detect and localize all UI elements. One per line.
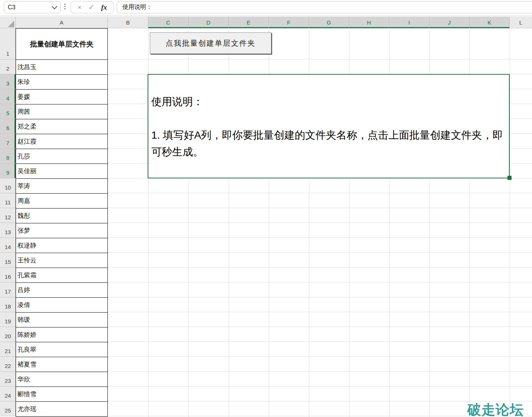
col-header-H[interactable]: H [349, 17, 389, 28]
cell-A22[interactable]: 褚夏雪 [16, 357, 108, 372]
forum-watermark: 破走论坛 [467, 401, 524, 417]
cell-A13[interactable]: 张梦 [16, 223, 108, 238]
row-header-5[interactable]: 5 [0, 104, 16, 119]
select-all-corner[interactable] [0, 17, 16, 28]
row-header-24[interactable]: 24 [0, 387, 16, 401]
row-header-20[interactable]: 20 [0, 327, 16, 342]
formula-toolbar: C3 × ✓ fx 使用说明： [0, 0, 532, 15]
cell-A25[interactable]: 尤亦瑶 [16, 402, 108, 417]
row-header-13[interactable]: 13 [0, 223, 16, 238]
blank-line [151, 110, 504, 127]
row-header-23[interactable]: 23 [0, 372, 16, 387]
row-header-2[interactable]: 2 [0, 59, 16, 74]
cell-A15[interactable]: 王怜云 [16, 253, 108, 268]
cell-A11[interactable]: 周嘉 [16, 194, 108, 208]
gridline [510, 28, 510, 417]
kebab-separator-icon [64, 4, 65, 9]
col-header-G[interactable]: G [309, 17, 349, 28]
row-header-25[interactable]: 25 [0, 401, 16, 416]
cell-A5[interactable]: 周茜 [16, 104, 108, 119]
confirm-icon[interactable]: ✓ [88, 4, 94, 11]
col-header-E[interactable]: E [229, 17, 269, 28]
row-header-8[interactable]: 8 [0, 149, 16, 164]
row-header-1[interactable]: 1 [0, 28, 16, 59]
row-header-6[interactable]: 6 [0, 119, 16, 134]
spreadsheet-app: C3 × ✓ fx 使用说明： A B C D E F G H I J K L [0, 0, 532, 417]
instructions-textbox[interactable]: 使用说明： 1. 填写好A列，即你要批量创建的文件夹名称，点击上面批量创建文件夹… [148, 74, 510, 178]
col-header-I[interactable]: I [389, 17, 429, 28]
cell-A7[interactable]: 赵江霞 [16, 134, 108, 149]
col-header-F[interactable]: F [269, 17, 309, 28]
row-header-9[interactable]: 9 [0, 164, 16, 178]
row-header-column: 1 2 3 4 5 6 7 8 9 10 11 12 13 14 15 16 1… [0, 28, 16, 416]
cell-A10[interactable]: 莘涛 [16, 179, 108, 194]
name-box[interactable]: C3 [4, 1, 61, 13]
col-header-D[interactable]: D [188, 17, 229, 28]
row-header-12[interactable]: 12 [0, 208, 16, 223]
col-header-L[interactable]: L [510, 17, 532, 28]
row-header-11[interactable]: 11 [0, 193, 16, 208]
cell-A20[interactable]: 陈娇娇 [16, 327, 108, 342]
cell-A3[interactable]: 朱珍 [16, 75, 108, 90]
textbox-resize-handle[interactable] [507, 176, 512, 180]
cell-A24[interactable]: 郦惜雪 [16, 387, 108, 402]
col-header-A[interactable]: A [16, 17, 108, 28]
insert-function-icon[interactable]: fx [101, 3, 107, 12]
cell-A17[interactable]: 吕婷 [16, 283, 108, 298]
chevron-down-icon[interactable] [52, 4, 58, 10]
formula-buttons: × ✓ fx [71, 1, 114, 13]
cell-A8[interactable]: 孔莎 [16, 149, 108, 164]
cell-A12[interactable]: 魏彤 [16, 208, 108, 223]
row-header-15[interactable]: 15 [0, 253, 16, 268]
formula-bar-value: 使用说明： [122, 3, 152, 11]
instructions-title: 使用说明： [151, 93, 504, 110]
row-header-10[interactable]: 10 [0, 178, 16, 193]
row-header-14[interactable]: 14 [0, 238, 16, 253]
gridline [108, 59, 532, 59]
cell-A21[interactable]: 孔良翠 [16, 342, 108, 357]
row-header-3[interactable]: 3 [0, 74, 16, 89]
row-header-21[interactable]: 21 [0, 342, 16, 357]
row-header-19[interactable]: 19 [0, 312, 16, 327]
col-header-C[interactable]: C [148, 17, 188, 28]
row-header-22[interactable]: 22 [0, 357, 16, 372]
cell-A14[interactable]: 权逯静 [16, 238, 108, 253]
row-header-17[interactable]: 17 [0, 282, 16, 297]
column-header-row: A B C D E F G H I J K L [0, 17, 532, 28]
cell-A4[interactable]: 姜媛 [16, 90, 108, 104]
cell-A2[interactable]: 沈昌玉 [16, 60, 108, 75]
cell-A6[interactable]: 郑之柔 [16, 119, 108, 134]
select-all-triangle-icon [8, 21, 14, 27]
cancel-icon[interactable]: × [77, 4, 81, 11]
cell-A9[interactable]: 吴佳丽 [16, 164, 108, 179]
row-header-7[interactable]: 7 [0, 134, 16, 149]
col-header-J[interactable]: J [429, 17, 470, 28]
formula-bar[interactable]: 使用说明： [117, 1, 532, 13]
row-header-18[interactable]: 18 [0, 297, 16, 312]
col-header-B[interactable]: B [108, 17, 148, 28]
row-header-16[interactable]: 16 [0, 268, 16, 282]
cell-A18[interactable]: 凌倩 [16, 298, 108, 313]
col-header-K[interactable]: K [470, 17, 510, 28]
column-a-cells: 批量创建单层文件夹 沈昌玉 朱珍 姜媛 周茜 郑之柔 赵江霞 孔莎 吴佳丽 莘涛… [16, 28, 108, 417]
cell-A16[interactable]: 孔紫霜 [16, 268, 108, 283]
instructions-body: 1. 填写好A列，即你要批量创建的文件夹名称，点击上面批量创建文件夹，即可秒生成… [151, 127, 504, 160]
create-folders-button[interactable]: 点我批量创建单层文件夹 [150, 32, 271, 54]
cell-A23[interactable]: 华欣 [16, 372, 108, 387]
name-box-value: C3 [8, 4, 15, 11]
cell-A1[interactable]: 批量创建单层文件夹 [16, 29, 108, 60]
cell-A19[interactable]: 韩瑗 [16, 313, 108, 327]
row-header-4[interactable]: 4 [0, 89, 16, 104]
